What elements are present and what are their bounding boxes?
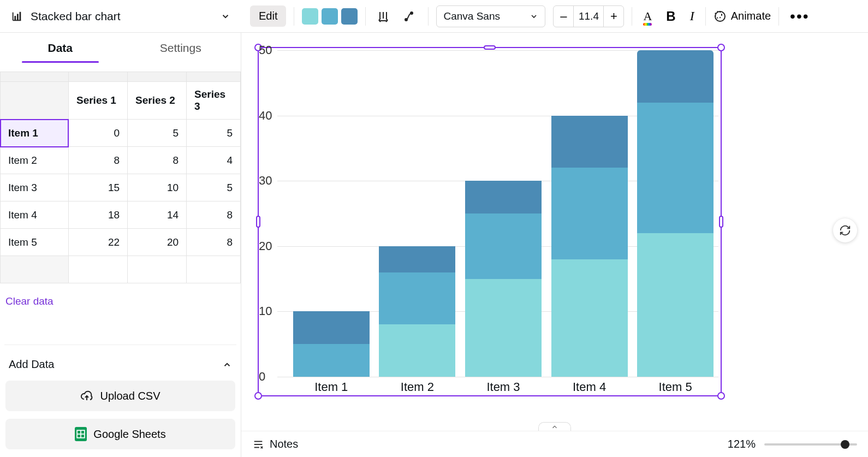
bar-segment [637, 103, 714, 233]
clear-data-link[interactable]: Clear data [0, 283, 241, 319]
x-tick: Item 2 [379, 380, 455, 394]
y-tick: 30 [259, 174, 275, 188]
cell[interactable]: 8 [187, 229, 241, 256]
separator [294, 7, 294, 26]
font-name: Canva Sans [443, 10, 500, 22]
upload-csv-button[interactable]: Upload CSV [5, 381, 235, 411]
cell[interactable]: 8 [68, 147, 127, 174]
cell[interactable]: 0 [68, 120, 127, 147]
row-label[interactable]: Item 3 [1, 174, 69, 201]
zoom-thumb[interactable] [841, 440, 849, 449]
line-smoothing-icon[interactable] [401, 7, 420, 26]
bar-segment [379, 246, 455, 272]
svg-point-4 [405, 19, 407, 21]
stacked-bar-chart: 01020304050 [277, 50, 718, 377]
italic-button[interactable]: I [687, 5, 698, 27]
color-swatch-2[interactable] [322, 8, 338, 25]
bar-segment [551, 116, 628, 168]
cell[interactable]: 14 [128, 201, 187, 229]
notes-icon [252, 438, 264, 450]
stacked-bar-icon [11, 10, 23, 22]
bar-column [551, 50, 628, 377]
font-select[interactable]: Canva Sans [436, 5, 545, 27]
svg-rect-0 [14, 16, 16, 20]
zoom-slider[interactable] [764, 443, 857, 446]
table-row: Item 315105 [1, 174, 241, 201]
y-tick: 40 [259, 109, 275, 123]
x-tick: Item 4 [551, 380, 628, 394]
y-tick: 10 [259, 304, 275, 318]
more-options-button[interactable]: ••• [787, 10, 812, 22]
bar-spacing-icon[interactable] [373, 7, 393, 26]
color-swatch-1[interactable] [302, 8, 318, 25]
expand-panel-handle[interactable] [538, 422, 571, 431]
cell[interactable]: 5 [187, 174, 241, 201]
cell[interactable]: 5 [187, 120, 241, 147]
animate-button[interactable]: Animate [714, 10, 771, 23]
font-size-decrease[interactable]: – [554, 6, 573, 27]
y-tick: 20 [259, 239, 275, 253]
bar-segment [465, 213, 542, 279]
bold-button[interactable]: B [663, 5, 679, 27]
resize-handle[interactable] [719, 216, 723, 228]
left-panel: Data Settings Series 1Series 2Series 3It… [0, 33, 241, 457]
bar-segment [465, 279, 542, 377]
svg-rect-1 [17, 14, 19, 20]
row-label[interactable]: Item 2 [1, 147, 69, 174]
cell[interactable]: 15 [68, 174, 127, 201]
tab-settings[interactable]: Settings [121, 33, 241, 72]
canvas-footer: Notes 121% [241, 431, 868, 457]
svg-point-6 [715, 11, 725, 21]
google-sheets-button[interactable]: Google Sheets [5, 419, 235, 449]
font-size-increase[interactable]: + [604, 6, 623, 27]
refresh-button[interactable] [833, 218, 857, 242]
text-color-button[interactable]: A [640, 6, 655, 27]
resize-handle[interactable] [717, 44, 725, 51]
tab-data[interactable]: Data [0, 33, 121, 72]
chart-type-title[interactable]: Stacked bar chart [31, 10, 121, 23]
resize-handle[interactable] [717, 392, 725, 400]
bar-segment [293, 311, 370, 344]
bar-segment [293, 344, 370, 377]
row-label[interactable]: Item 1 [1, 120, 69, 147]
separator [365, 7, 366, 26]
cell[interactable]: 5 [128, 120, 187, 147]
cell[interactable]: 10 [128, 174, 187, 201]
series-header[interactable]: Series 2 [128, 82, 187, 120]
cell[interactable]: 4 [187, 147, 241, 174]
selection-frame[interactable]: 01020304050 Item 1Item 2Item 3Item 4Item… [258, 47, 722, 396]
table-row: Item 418148 [1, 201, 241, 229]
cell[interactable]: 20 [128, 229, 187, 256]
bar-column [293, 50, 370, 377]
cell[interactable]: 8 [187, 201, 241, 229]
row-label[interactable]: Item 5 [1, 229, 69, 256]
row-label[interactable]: Item 4 [1, 201, 69, 229]
resize-handle[interactable] [254, 392, 262, 400]
zoom-value[interactable]: 121% [728, 438, 756, 450]
resize-handle[interactable] [484, 45, 496, 50]
edit-button[interactable]: Edit [250, 5, 286, 27]
table-row: Item 2884 [1, 147, 241, 174]
cell[interactable]: 18 [68, 201, 127, 229]
bar-segment [637, 50, 714, 103]
color-swatch-3[interactable] [341, 8, 358, 25]
y-tick: 50 [259, 43, 275, 57]
data-table[interactable]: Series 1Series 2Series 3Item 1055Item 28… [0, 72, 241, 283]
table-row: Item 1055 [1, 120, 241, 147]
font-size-value[interactable]: 11.4 [573, 6, 604, 27]
font-size-stepper: – 11.4 + [553, 5, 624, 27]
notes-button[interactable]: Notes [252, 438, 298, 450]
chevron-up-icon [222, 360, 232, 370]
y-tick: 0 [259, 370, 275, 384]
add-data-heading[interactable]: Add Data [5, 353, 235, 381]
bar-column [637, 50, 714, 377]
cell[interactable]: 22 [68, 229, 127, 256]
separator [428, 7, 429, 26]
chevron-down-icon[interactable] [221, 11, 230, 21]
cell[interactable]: 8 [128, 147, 187, 174]
canvas-area[interactable]: 01020304050 Item 1Item 2Item 3Item 4Item… [241, 33, 868, 457]
resize-handle[interactable] [256, 216, 260, 228]
series-header[interactable]: Series 1 [68, 82, 127, 120]
bar-segment [379, 272, 455, 325]
series-header[interactable]: Series 3 [187, 82, 241, 120]
